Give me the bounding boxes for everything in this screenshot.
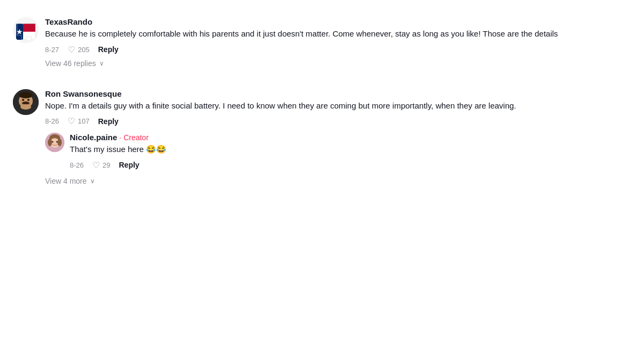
comment-1-body: TexasRando Because he is completely comf… <box>45 17 631 55</box>
comment-2-likes-count: 107 <box>78 117 90 125</box>
comment-section: ★ TexasRando Because he is completely co… <box>13 11 631 200</box>
comment-2-likes: ♡ 107 <box>68 116 90 126</box>
reply-1-date: 8-26 <box>70 161 84 169</box>
view-more-2-label: View 4 more <box>45 177 87 185</box>
view-replies-1[interactable]: View 46 replies ∨ <box>45 59 631 68</box>
view-replies-1-label: View 46 replies <box>45 59 96 68</box>
reply-1-text: That's my issue here 😂😂 <box>70 143 631 156</box>
svg-point-16 <box>57 139 62 146</box>
svg-point-17 <box>52 141 54 143</box>
comment-2-reply-button[interactable]: Reply <box>98 117 119 126</box>
svg-text:★: ★ <box>16 27 23 36</box>
comment-1-likes-count: 205 <box>78 46 90 54</box>
avatar-ron <box>13 89 39 115</box>
reply-1-reply-button[interactable]: Reply <box>119 161 140 169</box>
nicole-name: Nicole.paine <box>70 133 117 142</box>
comment-2-text: Nope. I'm a details guy with a finite so… <box>45 100 631 112</box>
comment-1-likes: ♡ 205 <box>68 45 90 55</box>
chevron-down-icon-2: ∨ <box>90 177 95 185</box>
svg-point-18 <box>56 141 58 143</box>
creator-badge: · Creator <box>119 133 148 142</box>
comment-thread-2: Ron Swansonesque Nope. I'm a details guy… <box>13 83 631 200</box>
avatar-nicole <box>45 133 64 152</box>
svg-point-15 <box>48 139 52 146</box>
heart-icon: ♡ <box>68 45 75 55</box>
reply-1-likes: ♡ 29 <box>92 160 110 170</box>
comment-thread-1: ★ TexasRando Because he is completely co… <box>13 11 631 83</box>
reply-1-actions: 8-26 ♡ 29 Reply <box>70 160 631 170</box>
reply-thread-1: Nicole.paine· Creator That's my issue he… <box>45 133 631 170</box>
comment-1-reply-button[interactable]: Reply <box>98 45 119 54</box>
heart-icon-reply: ♡ <box>92 160 100 170</box>
username-texasrando: TexasRando <box>45 17 631 26</box>
svg-rect-2 <box>23 24 35 32</box>
comment-1: ★ TexasRando Because he is completely co… <box>13 17 631 55</box>
chevron-down-icon: ∨ <box>99 60 104 67</box>
comment-2-body: Ron Swansonesque Nope. I'm a details guy… <box>45 89 631 127</box>
comment-2-date: 8-26 <box>45 117 59 125</box>
heart-icon-2: ♡ <box>68 116 75 126</box>
svg-rect-3 <box>23 32 35 40</box>
comment-2-actions: 8-26 ♡ 107 Reply <box>45 116 631 126</box>
svg-point-11 <box>20 104 31 110</box>
svg-point-8 <box>22 99 24 101</box>
reply-1: Nicole.paine· Creator That's my issue he… <box>45 133 631 170</box>
comment-1-actions: 8-27 ♡ 205 Reply <box>45 45 631 55</box>
reply-1-likes-count: 29 <box>103 161 110 169</box>
avatar-texasrando: ★ <box>13 17 39 43</box>
username-ron: Ron Swansonesque <box>45 89 631 98</box>
view-more-2[interactable]: View 4 more ∨ <box>45 177 631 185</box>
reply-1-body: Nicole.paine· Creator That's my issue he… <box>70 133 631 170</box>
comment-1-date: 8-27 <box>45 46 59 54</box>
username-nicole: Nicole.paine· Creator <box>70 133 631 142</box>
comment-2: Ron Swansonesque Nope. I'm a details guy… <box>13 89 631 127</box>
svg-point-9 <box>27 99 30 101</box>
svg-point-7 <box>19 92 33 98</box>
comment-1-text: Because he is completely comfortable wit… <box>45 28 631 40</box>
